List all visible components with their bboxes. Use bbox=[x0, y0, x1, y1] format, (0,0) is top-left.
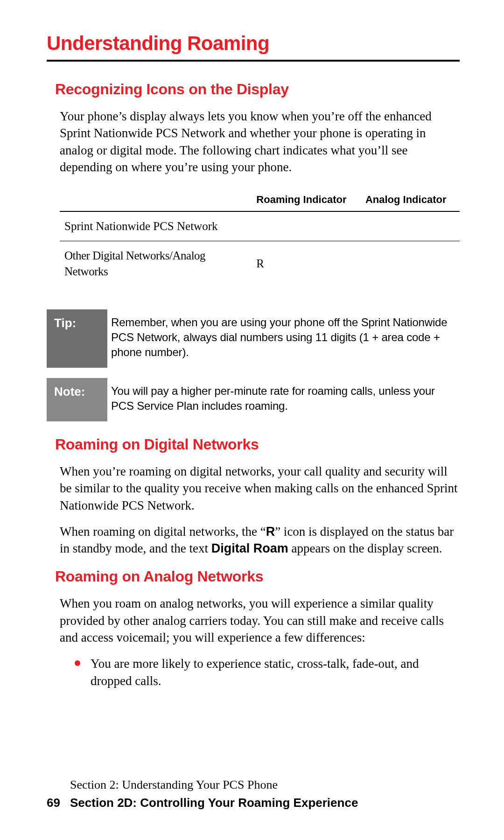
cell-analog bbox=[361, 241, 460, 286]
page-content: Understanding Roaming Recognizing Icons … bbox=[0, 0, 504, 689]
tip-label: Tip: bbox=[47, 309, 107, 368]
footer-section-path: Section 2: Understanding Your PCS Phone bbox=[70, 776, 358, 794]
tip-text: Remember, when you are using your phone … bbox=[107, 309, 460, 368]
para-digital-1: When you’re roaming on digital networks,… bbox=[60, 463, 460, 514]
title-rule bbox=[47, 60, 460, 62]
heading-recognizing-icons: Recognizing Icons on the Display bbox=[55, 79, 460, 99]
footer-section-title: 69Section 2D: Controlling Your Roaming E… bbox=[47, 794, 358, 812]
analog-bullet-list: You are more likely to experience static… bbox=[75, 655, 460, 689]
indicator-table: Roaming Indicator Analog Indicator Sprin… bbox=[60, 190, 460, 286]
page-number: 69 bbox=[47, 794, 70, 812]
roaming-r-icon: R bbox=[266, 525, 275, 539]
text: When roaming on digital networks, the “ bbox=[60, 525, 266, 539]
cell-network: Sprint Nationwide PCS Network bbox=[60, 211, 252, 241]
cell-analog bbox=[361, 211, 460, 241]
cell-roaming: R bbox=[252, 241, 361, 286]
digital-roam-label: Digital Roam bbox=[211, 541, 288, 555]
table-row: Sprint Nationwide PCS Network bbox=[60, 211, 460, 241]
heading-roaming-analog: Roaming on Analog Networks bbox=[55, 567, 460, 587]
table-row: Other Digital Networks/Analog Networks R bbox=[60, 241, 460, 286]
para-digital-2: When roaming on digital networks, the “R… bbox=[60, 523, 460, 557]
cell-roaming bbox=[252, 211, 361, 241]
footer-title-text: Section 2D: Controlling Your Roaming Exp… bbox=[70, 796, 358, 810]
note-text: You will pay a higher per-minute rate fo… bbox=[107, 378, 460, 421]
list-item: You are more likely to experience static… bbox=[75, 655, 460, 689]
th-roaming: Roaming Indicator bbox=[252, 190, 361, 212]
para-recognizing: Your phone’s display always lets you kno… bbox=[60, 108, 460, 176]
note-callout: Note: You will pay a higher per-minute r… bbox=[47, 378, 460, 421]
th-analog: Analog Indicator bbox=[361, 190, 460, 212]
cell-network: Other Digital Networks/Analog Networks bbox=[60, 241, 252, 286]
page-title: Understanding Roaming bbox=[47, 30, 460, 57]
note-label: Note: bbox=[47, 378, 107, 421]
para-analog: When you roam on analog networks, you wi… bbox=[60, 595, 460, 646]
tip-callout: Tip: Remember, when you are using your p… bbox=[47, 309, 460, 368]
th-empty bbox=[60, 190, 252, 212]
text: appears on the display screen. bbox=[288, 541, 442, 555]
heading-roaming-digital: Roaming on Digital Networks bbox=[55, 434, 460, 455]
page-footer: Section 2: Understanding Your PCS Phone … bbox=[47, 776, 358, 812]
